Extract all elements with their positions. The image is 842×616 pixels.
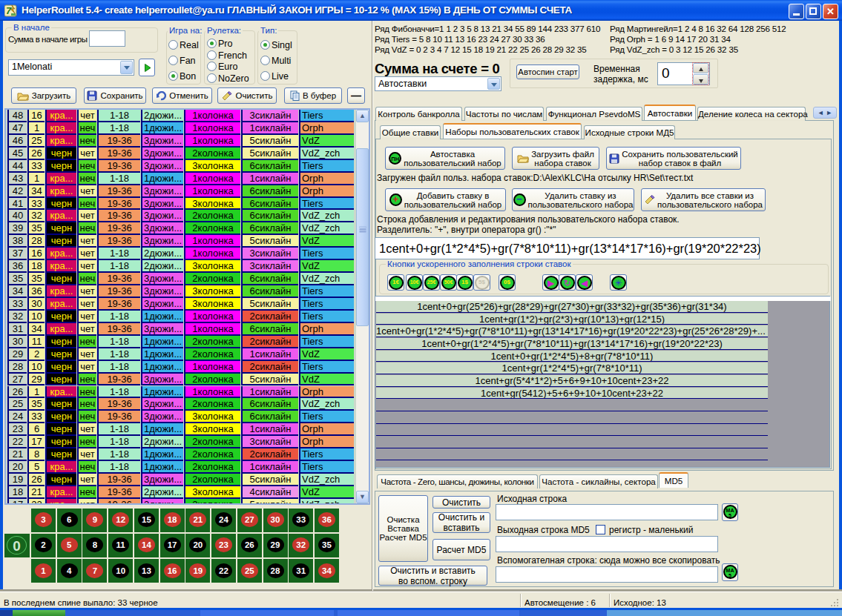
svg-text:7: 7: [6, 5, 12, 16]
